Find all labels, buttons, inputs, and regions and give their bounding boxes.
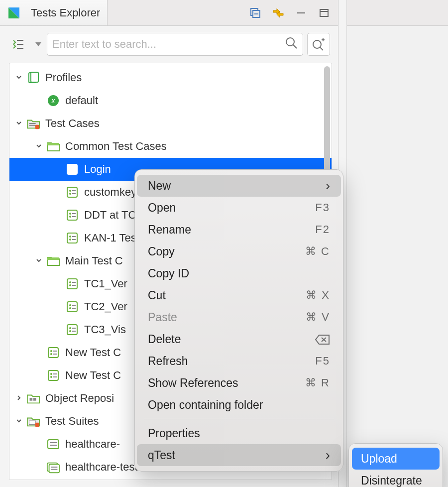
- menu-item-label: Copy: [148, 245, 305, 258]
- svg-rect-74: [29, 421, 36, 424]
- svg-rect-46: [47, 257, 59, 260]
- arrow-spacer: [33, 371, 44, 379]
- menu-item-label: Open containing folder: [148, 398, 330, 412]
- svg-rect-47: [67, 279, 77, 289]
- aux-panel-header: [347, 0, 448, 26]
- arrow-spacer: [52, 234, 63, 242]
- tree-item-label: DDT at TC l: [84, 209, 141, 222]
- chevron-down-icon[interactable]: [33, 257, 44, 265]
- tree-item-label: Common Test Cases: [65, 140, 167, 153]
- context-menu[interactable]: NewOpenF3RenameF2Copy⌘ CCopy IDCut⌘ XPas…: [134, 169, 343, 472]
- menu-item-label: Open: [148, 201, 315, 215]
- filter-dropdown-caret[interactable]: [34, 33, 43, 56]
- menu-item-label: Properties: [148, 427, 330, 440]
- arrow-spacer: [52, 326, 63, 334]
- menu-item[interactable]: Cut⌘ X: [137, 284, 341, 306]
- svg-point-42: [69, 236, 71, 238]
- tree-item[interactable]: Test Cases: [9, 112, 332, 135]
- submenu-item[interactable]: Upload: [352, 448, 440, 470]
- suitecol-icon: [46, 460, 60, 474]
- svg-rect-19: [31, 72, 38, 82]
- svg-point-32: [69, 190, 71, 192]
- menu-item[interactable]: Show References⌘ R: [137, 372, 341, 394]
- svg-rect-6: [320, 9, 328, 16]
- svg-rect-52: [67, 302, 77, 312]
- svg-rect-26: [67, 164, 77, 174]
- arrow-spacer: [33, 97, 44, 105]
- svg-marker-11: [35, 42, 41, 46]
- context-submenu-qtest[interactable]: UploadDisintegrate: [348, 443, 443, 487]
- tree-item-label: New Test C: [65, 346, 121, 359]
- menu-item[interactable]: New: [137, 175, 341, 197]
- svg-text:x: x: [51, 97, 56, 105]
- tree-item-label: Object Reposi: [45, 392, 114, 405]
- menu-shortcut: F2: [315, 223, 330, 236]
- menu-item[interactable]: Open containing folder: [137, 394, 341, 416]
- testcase-icon: [65, 277, 79, 291]
- arrow-spacer: [33, 440, 44, 448]
- testcase-icon: [46, 346, 60, 360]
- maximize-icon[interactable]: [317, 6, 331, 20]
- panel-toolbar: [248, 0, 338, 25]
- testcase-icon: [65, 185, 79, 199]
- tree-item-label: Profiles: [45, 71, 82, 84]
- submenu-item[interactable]: Disintegrate: [352, 470, 440, 487]
- search-box[interactable]: [47, 33, 303, 56]
- tree-item-label: healthcare-tests: [65, 461, 143, 474]
- menu-item[interactable]: OpenF3: [137, 197, 341, 219]
- chevron-right-icon[interactable]: [13, 394, 24, 402]
- tree-item[interactable]: Common Test Cases: [9, 135, 332, 158]
- menu-shortcut: F3: [315, 201, 330, 214]
- testcase-icon: [65, 300, 79, 314]
- menu-shortcut: ⌘ R: [305, 376, 330, 389]
- tree-item-label: Login: [84, 163, 111, 176]
- menu-item[interactable]: Copy ID: [137, 262, 341, 284]
- menu-item[interactable]: Properties: [137, 422, 341, 444]
- chevron-down-icon[interactable]: [33, 142, 44, 150]
- tree-item-label: KAN-1 Test: [84, 232, 139, 244]
- svg-rect-25: [47, 143, 59, 145]
- arrow-spacer: [52, 165, 63, 173]
- testcase-icon: [65, 162, 79, 176]
- chevron-down-icon[interactable]: [13, 74, 24, 82]
- minimize-icon[interactable]: [294, 6, 308, 20]
- menu-item[interactable]: Copy⌘ C: [137, 241, 341, 262]
- tree-item-label: Test Suites: [45, 415, 99, 428]
- arrow-spacer: [52, 280, 63, 288]
- svg-point-59: [69, 330, 71, 332]
- tree-item[interactable]: Profiles: [9, 66, 332, 89]
- chevron-down-icon[interactable]: [13, 417, 24, 425]
- folder-green-icon: [46, 254, 60, 268]
- svg-point-33: [69, 193, 71, 195]
- search-input[interactable]: [52, 38, 285, 51]
- menu-item[interactable]: RenameF2: [137, 219, 341, 241]
- svg-rect-76: [48, 440, 59, 449]
- testcase-icon: [65, 323, 79, 337]
- testcase-icon: [65, 208, 79, 222]
- svg-rect-75: [35, 423, 39, 427]
- recent-search-button[interactable]: [307, 33, 330, 56]
- tree-item[interactable]: xdefault: [9, 89, 332, 112]
- svg-point-58: [69, 327, 71, 329]
- filter-button[interactable]: [8, 33, 30, 56]
- search-icon[interactable]: [285, 36, 298, 52]
- chevron-down-icon[interactable]: [13, 120, 24, 127]
- svg-rect-62: [48, 348, 58, 358]
- collapse-all-icon[interactable]: [248, 6, 262, 20]
- panel-tab-tests-explorer[interactable]: Tests Explorer: [0, 0, 108, 25]
- menu-item[interactable]: RefreshF5: [137, 350, 341, 372]
- menu-item[interactable]: Delete: [137, 328, 341, 350]
- svg-rect-36: [67, 210, 77, 220]
- aux-panel: [346, 0, 448, 487]
- app-logo-icon: [7, 6, 21, 20]
- menu-shortcut: ⌘ C: [305, 245, 330, 258]
- svg-point-69: [50, 376, 52, 378]
- svg-line-15: [320, 47, 323, 50]
- arrow-spacer: [52, 188, 63, 196]
- svg-point-54: [69, 307, 71, 309]
- testcase-icon: [46, 368, 60, 382]
- svg-point-37: [69, 213, 71, 215]
- menu-item-label: Copy ID: [148, 267, 330, 280]
- link-editor-icon[interactable]: [271, 6, 285, 20]
- menu-item[interactable]: qTest: [137, 444, 341, 466]
